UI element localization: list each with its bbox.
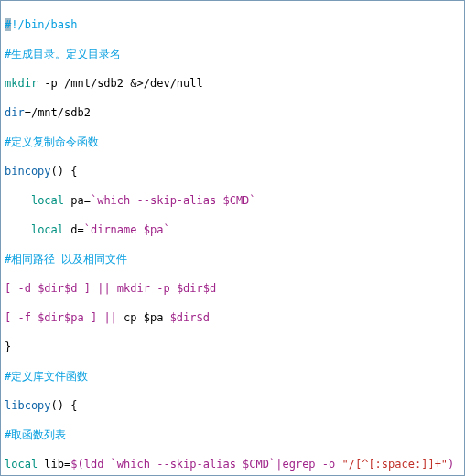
code-line: local lib=$(ldd `which --skip-alias $CMD… xyxy=(5,457,460,471)
code-line: [ -d $dir$d ] || mkdir -p $dir$d xyxy=(5,281,460,296)
test: [ -f xyxy=(5,311,38,324)
backtick: `dirname $pa` xyxy=(84,223,170,236)
func-name: bincopy xyxy=(5,165,51,178)
code-line: #定义库文件函数 xyxy=(5,369,460,384)
backtick: `which --skip-alias $CMD` xyxy=(91,194,256,207)
op: ] || xyxy=(77,282,116,295)
cmd: mkdir xyxy=(5,77,38,90)
code-line: dir=/mnt/sdb2 xyxy=(5,105,460,120)
code-editor[interactable]: #!/bin/bash #生成目录。定义目录名 mkdir -p /mnt/sd… xyxy=(0,0,465,476)
kw: local xyxy=(31,194,64,207)
cmd: egrep xyxy=(282,458,315,471)
brace: () { xyxy=(51,399,78,412)
test: [ -d xyxy=(5,282,38,295)
args: $pa xyxy=(137,311,170,324)
close: ) xyxy=(448,458,454,471)
assign: pa= xyxy=(64,194,91,207)
subsh: $( xyxy=(70,458,83,471)
kw: local xyxy=(5,458,38,471)
cmd: cp xyxy=(124,311,136,324)
assign: d= xyxy=(64,223,84,236)
indent xyxy=(5,223,31,236)
code-line: local d=`dirname $pa` xyxy=(5,222,460,237)
shebang-rest: !/bin/bash xyxy=(11,18,77,31)
brace: } xyxy=(5,341,11,353)
code-line: #定义复制命令函数 xyxy=(5,135,460,149)
code-line: #生成目录。定义目录名 xyxy=(5,47,460,61)
code-line: #相同路径 以及相同文件 xyxy=(5,252,460,266)
comment-text: #取函数列表 xyxy=(5,428,66,441)
op: ] || xyxy=(84,311,124,324)
path: /dev/null xyxy=(144,77,203,90)
code-line: [ -f $dir$pa ] || cp $pa $dir$d xyxy=(5,310,460,325)
code-line: #取函数列表 xyxy=(5,427,460,442)
cmd: ldd xyxy=(84,458,104,471)
brace: () { xyxy=(51,165,78,178)
func-name: libcopy xyxy=(5,399,51,412)
var: dir xyxy=(5,106,25,119)
code-line: local pa=`which --skip-alias $CMD` xyxy=(5,193,460,208)
redir: &> xyxy=(130,77,143,90)
var: $dir$d xyxy=(170,311,210,324)
comment-text: #生成目录。定义目录名 xyxy=(5,48,121,60)
assign: =/mnt/sdb2 xyxy=(25,106,91,119)
comment-text: #定义复制命令函数 xyxy=(5,135,99,148)
var: $dir$d xyxy=(177,282,216,295)
args: -p xyxy=(150,282,177,295)
code-line: #!/bin/bash xyxy=(5,17,460,32)
args: -p /mnt/sdb2 xyxy=(38,77,130,90)
kw: local xyxy=(31,223,64,236)
code-line: libcopy() { xyxy=(5,398,460,413)
args: -o xyxy=(316,458,342,471)
var: $dir$d xyxy=(38,282,77,295)
indent xyxy=(5,194,31,207)
comment-text: #相同路径 以及相同文件 xyxy=(5,253,127,265)
string: "/[^[:space:]]+" xyxy=(342,458,449,471)
comment-text: #定义库文件函数 xyxy=(5,370,88,383)
cmd: mkdir xyxy=(117,282,150,295)
code-line: } xyxy=(5,340,460,354)
code-line: mkdir -p /mnt/sdb2 &>/dev/null xyxy=(5,76,460,91)
code-line: bincopy() { xyxy=(5,164,460,178)
var: $dir$pa xyxy=(38,311,84,324)
assign: lib= xyxy=(38,458,70,471)
args: `which --skip-alias $CMD`| xyxy=(103,458,282,471)
